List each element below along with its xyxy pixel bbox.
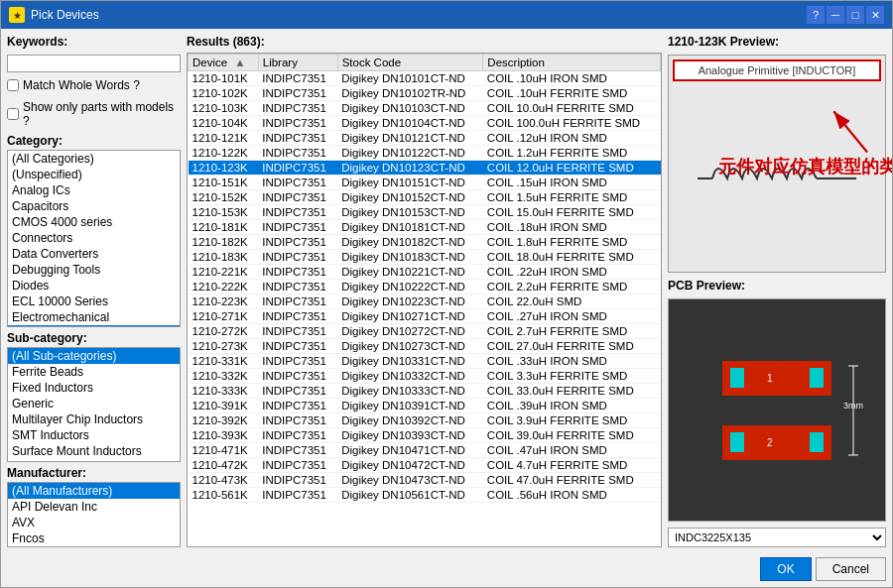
table-row[interactable]: 1210-393KINDIPC7351Digikey DN10393CT-NDC…: [189, 428, 661, 443]
table-cell-stock-code: Digikey DN10102TR-ND: [337, 86, 483, 101]
category-listbox[interactable]: (All Categories)(Unspecified)Analog ICsC…: [7, 150, 181, 327]
manufacturer-item[interactable]: AVX: [8, 515, 180, 530]
table-cell-device: 1210-153K: [189, 205, 259, 220]
table-cell-library: INDIPC7351: [258, 161, 337, 176]
subcategory-item[interactable]: Surface Mount Inductors: [8, 443, 180, 459]
table-cell-device: 1210-103K: [189, 101, 259, 116]
table-cell-description: COIL 15.0uH FERRITE SMD: [483, 205, 661, 220]
results-tbody: 1210-101KINDIPC7351Digikey DN10101CT-NDC…: [189, 71, 661, 503]
manufacturer-item[interactable]: (All Manufacturers): [8, 483, 180, 499]
table-row[interactable]: 1210-123KINDIPC7351Digikey DN10123CT-NDC…: [189, 161, 661, 176]
table-row[interactable]: 1210-471KINDIPC7351Digikey DN10471CT-NDC…: [189, 443, 661, 458]
minimize-button[interactable]: ─: [827, 6, 844, 24]
table-cell-description: COIL .27uH IRON SMD: [483, 309, 661, 324]
table-row[interactable]: 1210-473KINDIPC7351Digikey DN10473CT-NDC…: [189, 473, 661, 488]
table-row[interactable]: 1210-151KINDIPC7351Digikey DN10151CT-NDC…: [189, 176, 661, 190]
maximize-button[interactable]: □: [846, 6, 864, 24]
title-bar-left: ★ Pick Devices: [9, 7, 99, 23]
show-only-parts-checkbox[interactable]: [7, 108, 19, 120]
table-cell-device: 1210-332K: [189, 369, 259, 384]
table-row[interactable]: 1210-271KINDIPC7351Digikey DN10271CT-NDC…: [189, 309, 661, 324]
table-row[interactable]: 1210-332KINDIPC7351Digikey DN10332CT-NDC…: [189, 369, 661, 384]
manufacturer-item[interactable]: API Delevan Inc: [8, 499, 180, 515]
table-row[interactable]: 1210-331KINDIPC7351Digikey DN10331CT-NDC…: [189, 354, 661, 369]
table-row[interactable]: 1210-102KINDIPC7351Digikey DN10102TR-NDC…: [189, 86, 661, 101]
table-row[interactable]: 1210-104KINDIPC7351Digikey DN10104CT-NDC…: [189, 116, 661, 131]
help-button[interactable]: ?: [807, 6, 825, 24]
table-row[interactable]: 1210-183KINDIPC7351Digikey DN10183CT-NDC…: [189, 250, 661, 265]
category-item[interactable]: CMOS 4000 series: [8, 214, 180, 230]
footprint-select[interactable]: INDC3225X135: [668, 528, 886, 547]
category-item[interactable]: Debugging Tools: [8, 262, 180, 278]
manufacturer-listbox[interactable]: (All Manufacturers)API Delevan IncAVXFnc…: [7, 482, 181, 547]
table-cell-device: 1210-272K: [189, 324, 259, 339]
table-row[interactable]: 1210-333KINDIPC7351Digikey DN10333CT-NDC…: [189, 384, 661, 399]
table-cell-description: COIL 22.0uH SMD: [483, 294, 661, 309]
category-item[interactable]: Inductors: [8, 325, 180, 327]
table-row[interactable]: 1210-392KINDIPC7351Digikey DN10392CT-NDC…: [189, 413, 661, 428]
table-row[interactable]: 1210-561KINDIPC7351Digikey DN10561CT-NDC…: [189, 488, 661, 503]
table-row[interactable]: 1210-222KINDIPC7351Digikey DN10222CT-NDC…: [189, 280, 661, 294]
analogue-primitive-banner: Analogue Primitive [INDUCTOR]: [673, 59, 881, 81]
table-cell-library: INDIPC7351: [258, 309, 337, 324]
table-row[interactable]: 1210-182KINDIPC7351Digikey DN10182CT-NDC…: [189, 235, 661, 250]
table-cell-library: INDIPC7351: [258, 443, 337, 458]
category-item[interactable]: Data Converters: [8, 246, 180, 262]
table-row[interactable]: 1210-391KINDIPC7351Digikey DN10391CT-NDC…: [189, 399, 661, 413]
category-item[interactable]: Diodes: [8, 278, 180, 294]
cancel-button[interactable]: Cancel: [816, 557, 886, 581]
table-row[interactable]: 1210-153KINDIPC7351Digikey DN10153CT-NDC…: [189, 205, 661, 220]
match-whole-words-checkbox[interactable]: [7, 79, 19, 91]
category-item[interactable]: Connectors: [8, 230, 180, 246]
table-cell-device: 1210-152K: [189, 190, 259, 205]
subcategory-item[interactable]: (All Sub-categories): [8, 348, 180, 364]
ok-button[interactable]: OK: [760, 557, 811, 581]
manufacturer-item[interactable]: Fncos: [8, 530, 180, 546]
table-row[interactable]: 1210-122KINDIPC7351Digikey DN10122CT-NDC…: [189, 146, 661, 161]
show-only-parts-label: Show only parts with models ?: [23, 100, 181, 128]
pick-devices-dialog: ★ Pick Devices ? ─ □ ✕ Keywords: Match W…: [0, 0, 893, 588]
category-label: Category:: [7, 134, 181, 148]
table-cell-device: 1210-273K: [189, 339, 259, 354]
col-device: Device ▲: [189, 55, 259, 71]
table-cell-stock-code: Digikey DN10333CT-ND: [337, 384, 483, 399]
table-cell-library: INDIPC7351: [258, 354, 337, 369]
table-row[interactable]: 1210-181KINDIPC7351Digikey DN10181CT-NDC…: [189, 220, 661, 235]
results-table-container[interactable]: Device ▲ Library Stock Code Description …: [187, 53, 662, 547]
category-item[interactable]: Capacitors: [8, 198, 180, 214]
pcb-preview-label: PCB Preview:: [668, 279, 886, 293]
table-row[interactable]: 1210-152KINDIPC7351Digikey DN10152CT-NDC…: [189, 190, 661, 205]
results-label: Results (863):: [187, 35, 662, 49]
subcategory-item[interactable]: Multilayer Chip Inductors: [8, 412, 180, 427]
table-cell-library: INDIPC7351: [258, 473, 337, 488]
table-row[interactable]: 1210-273KINDIPC7351Digikey DN10273CT-NDC…: [189, 339, 661, 354]
table-row[interactable]: 1210-101KINDIPC7351Digikey DN10101CT-NDC…: [189, 71, 661, 86]
table-row[interactable]: 1210-121KINDIPC7351Digikey DN10121CT-NDC…: [189, 131, 661, 146]
category-item[interactable]: Electromechanical: [8, 309, 180, 325]
subcategory-item[interactable]: Generic: [8, 396, 180, 412]
table-cell-description: COIL 4.7uH FERRITE SMD: [483, 458, 661, 473]
table-cell-device: 1210-223K: [189, 294, 259, 309]
table-row[interactable]: 1210-472KINDIPC7351Digikey DN10472CT-NDC…: [189, 458, 661, 473]
middle-panel: Results (863): Device ▲ Library Stock Co…: [187, 35, 662, 547]
table-row[interactable]: 1210-221KINDIPC7351Digikey DN10221CT-NDC…: [189, 265, 661, 280]
category-item[interactable]: Analog ICs: [8, 182, 180, 198]
subcategory-item[interactable]: Ferrite Beads: [8, 364, 180, 380]
subcategory-item[interactable]: Fixed Inductors: [8, 380, 180, 396]
close-button[interactable]: ✕: [866, 6, 884, 24]
category-item[interactable]: (All Categories): [8, 151, 180, 167]
keywords-input[interactable]: [7, 55, 181, 72]
table-cell-library: INDIPC7351: [258, 205, 337, 220]
subcategory-item[interactable]: SMT Inductors: [8, 427, 180, 443]
subcategory-listbox[interactable]: (All Sub-categories)Ferrite BeadsFixed I…: [7, 347, 181, 462]
category-item[interactable]: ECL 10000 Series: [8, 294, 180, 309]
manufacturer-section: Manufacturer: (All Manufacturers)API Del…: [7, 466, 181, 547]
table-cell-device: 1210-182K: [189, 235, 259, 250]
category-item[interactable]: (Unspecified): [8, 167, 180, 182]
table-row[interactable]: 1210-272KINDIPC7351Digikey DN10272CT-NDC…: [189, 324, 661, 339]
table-cell-description: COIL .47uH IRON SMD: [483, 443, 661, 458]
table-row[interactable]: 1210-223KINDIPC7351Digikey DN10223CT-NDC…: [189, 294, 661, 309]
table-cell-device: 1210-104K: [189, 116, 259, 131]
table-cell-description: COIL 47.0uH FERRITE SMD: [483, 473, 661, 488]
table-row[interactable]: 1210-103KINDIPC7351Digikey DN10103CT-NDC…: [189, 101, 661, 116]
